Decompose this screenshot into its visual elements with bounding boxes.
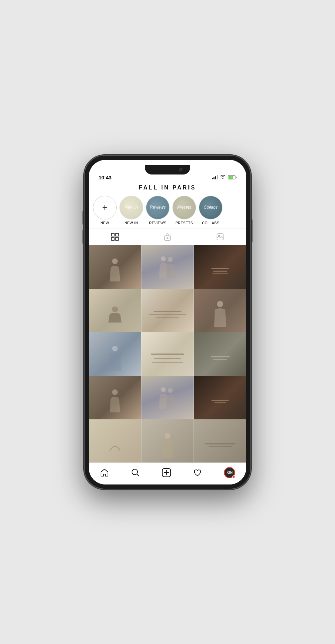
status-icons: ⚡ <box>212 175 236 180</box>
phone-screen: 10:43 ⚡ <box>89 160 246 484</box>
vol-down-button[interactable] <box>83 230 84 244</box>
story-item-newin[interactable]: New In NEW IN <box>119 196 143 225</box>
svg-line-19 <box>137 474 139 476</box>
grid-cell-13[interactable] <box>89 419 141 463</box>
story-label-new: New <box>101 221 109 225</box>
svg-rect-0 <box>111 233 114 236</box>
nav-search[interactable] <box>127 467 143 479</box>
story-item-presets[interactable]: Presets PRESETS <box>172 196 196 225</box>
svg-point-11 <box>112 307 118 312</box>
story-text-collabs: Collabs <box>204 205 218 210</box>
svg-point-5 <box>167 237 168 239</box>
nav-home[interactable] <box>96 467 112 479</box>
home-icon <box>100 468 109 477</box>
profile-avatar[interactable]: KIN <box>224 467 235 478</box>
tab-grid[interactable] <box>104 232 126 242</box>
notch <box>145 165 190 174</box>
bottom-nav: KIN <box>89 463 246 484</box>
story-label-reviews: REVIEWS <box>149 221 166 225</box>
story-avatar-reviews[interactable]: Reviews <box>146 196 170 219</box>
svg-rect-3 <box>116 238 118 240</box>
story-avatar-newin[interactable]: New In <box>119 196 143 219</box>
story-avatar-presets[interactable]: Presets <box>172 196 196 219</box>
nav-add[interactable] <box>158 467 174 479</box>
plus-icon: + <box>102 202 107 213</box>
tab-shop[interactable] <box>157 232 178 242</box>
svg-point-8 <box>112 258 118 264</box>
shop-icon <box>164 233 171 241</box>
svg-point-10 <box>168 257 173 262</box>
grid-icon <box>111 233 119 241</box>
front-camera <box>179 168 182 171</box>
svg-rect-2 <box>111 238 114 240</box>
signal-icon <box>212 175 218 179</box>
story-item-reviews[interactable]: Reviews REVIEWS <box>146 196 170 225</box>
svg-point-13 <box>112 346 118 351</box>
svg-rect-1 <box>116 233 118 236</box>
story-avatar-new[interactable]: + <box>93 196 117 219</box>
stories-row[interactable]: + New New In NEW IN Reviews REVIEWS <box>89 194 246 228</box>
story-label-newin: NEW IN <box>124 221 138 225</box>
avatar-initials: KIN <box>227 471 233 474</box>
battery-icon: ⚡ <box>228 176 236 179</box>
story-item-new[interactable]: + New <box>93 196 117 225</box>
nav-profile[interactable]: KIN <box>220 466 239 480</box>
svg-point-12 <box>217 301 223 307</box>
heart-icon <box>193 468 202 477</box>
story-item-collabs[interactable]: Collabs COLLABS <box>199 196 223 225</box>
profile-title: FALL IN PARIS <box>89 184 246 194</box>
story-avatar-collabs[interactable]: Collabs <box>199 196 223 219</box>
tab-bar <box>89 228 246 245</box>
grid-cell-15[interactable] <box>194 419 246 463</box>
story-label-presets: PRESETS <box>176 221 193 225</box>
status-time: 10:43 <box>99 174 111 180</box>
phone-wrapper: 10:43 ⚡ <box>84 155 251 489</box>
svg-point-17 <box>165 433 170 439</box>
svg-point-9 <box>161 256 166 261</box>
notification-dot <box>232 475 235 478</box>
story-label-collabs: COLLABS <box>202 221 219 225</box>
search-icon <box>131 468 140 477</box>
wifi-icon <box>220 175 226 180</box>
svg-point-15 <box>161 387 166 392</box>
svg-point-14 <box>112 389 118 395</box>
power-button[interactable] <box>251 219 252 242</box>
story-text-reviews: Reviews <box>150 205 165 210</box>
photo-grid <box>89 245 246 463</box>
vol-up-button[interactable] <box>83 211 84 225</box>
story-text-newin: New In <box>125 205 138 210</box>
story-text-presets: Presets <box>177 205 192 210</box>
svg-point-16 <box>168 388 173 393</box>
profile-header: FALL IN PARIS + New New In NEW IN <box>89 183 246 228</box>
svg-rect-4 <box>165 236 170 240</box>
nav-heart[interactable] <box>189 467 205 479</box>
tagged-icon <box>216 233 224 241</box>
grid-cell-14[interactable] <box>141 419 194 463</box>
tab-tagged[interactable] <box>209 232 231 242</box>
add-icon <box>162 468 171 477</box>
